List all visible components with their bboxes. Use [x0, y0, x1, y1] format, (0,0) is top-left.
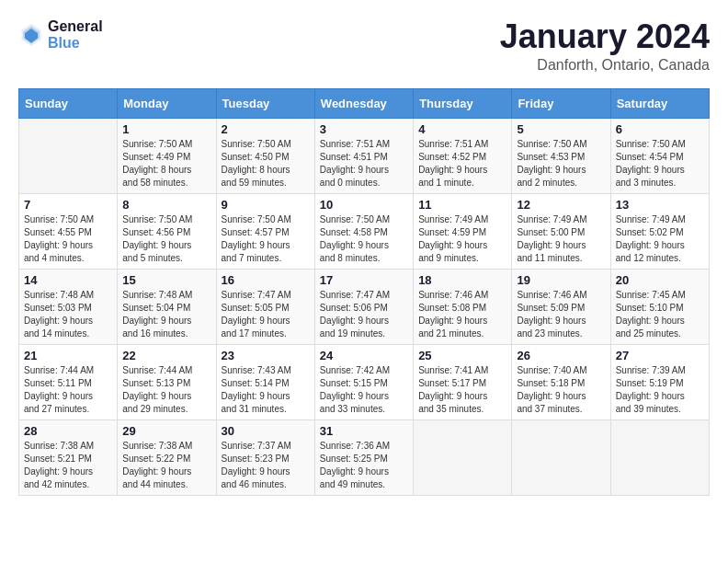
- day-cell: 23Sunrise: 7:43 AMSunset: 5:14 PMDayligh…: [216, 344, 314, 419]
- day-info: Sunrise: 7:50 AMSunset: 4:57 PMDaylight:…: [222, 213, 310, 265]
- day-number: 19: [517, 273, 605, 287]
- header-cell-saturday: Saturday: [610, 88, 709, 118]
- week-row-3: 14Sunrise: 7:48 AMSunset: 5:03 PMDayligh…: [19, 269, 710, 344]
- day-info: Sunrise: 7:51 AMSunset: 4:51 PMDaylight:…: [320, 138, 408, 190]
- calendar-table: SundayMondayTuesdayWednesdayThursdayFrid…: [18, 88, 710, 496]
- day-number: 20: [616, 273, 704, 287]
- day-info: Sunrise: 7:50 AMSunset: 4:58 PMDaylight:…: [320, 213, 408, 265]
- day-cell: 14Sunrise: 7:48 AMSunset: 5:03 PMDayligh…: [19, 269, 118, 344]
- day-info: Sunrise: 7:47 AMSunset: 5:05 PMDaylight:…: [222, 289, 310, 340]
- day-info: Sunrise: 7:42 AMSunset: 5:15 PMDaylight:…: [320, 364, 408, 416]
- day-cell: 16Sunrise: 7:47 AMSunset: 5:05 PMDayligh…: [216, 269, 314, 344]
- day-number: 8: [122, 198, 210, 212]
- day-info: Sunrise: 7:50 AMSunset: 4:56 PMDaylight:…: [122, 213, 210, 265]
- day-cell: 1Sunrise: 7:50 AMSunset: 4:49 PMDaylight…: [118, 118, 216, 193]
- day-number: 26: [517, 349, 605, 362]
- week-row-4: 21Sunrise: 7:44 AMSunset: 5:11 PMDayligh…: [19, 344, 710, 419]
- day-cell: 17Sunrise: 7:47 AMSunset: 5:06 PMDayligh…: [314, 269, 413, 344]
- day-cell: 29Sunrise: 7:38 AMSunset: 5:22 PMDayligh…: [118, 419, 216, 495]
- day-number: 14: [24, 273, 112, 287]
- day-cell: 22Sunrise: 7:44 AMSunset: 5:13 PMDayligh…: [118, 344, 216, 419]
- day-info: Sunrise: 7:49 AMSunset: 5:00 PMDaylight:…: [517, 213, 605, 265]
- header-cell-sunday: Sunday: [19, 88, 118, 118]
- day-number: 21: [24, 349, 112, 362]
- day-info: Sunrise: 7:50 AMSunset: 4:55 PMDaylight:…: [24, 213, 112, 265]
- day-number: 15: [122, 273, 210, 287]
- day-number: 22: [122, 349, 210, 362]
- calendar-title: January 2024: [500, 18, 710, 55]
- day-number: 18: [418, 273, 506, 287]
- day-cell: [610, 419, 709, 495]
- day-info: Sunrise: 7:48 AMSunset: 5:04 PMDaylight:…: [122, 289, 210, 340]
- day-info: Sunrise: 7:49 AMSunset: 5:02 PMDaylight:…: [616, 213, 704, 265]
- day-cell: 26Sunrise: 7:40 AMSunset: 5:18 PMDayligh…: [512, 344, 610, 419]
- header: General Blue January 2024 Danforth, Onta…: [18, 18, 710, 74]
- day-cell: 10Sunrise: 7:50 AMSunset: 4:58 PMDayligh…: [314, 193, 413, 269]
- day-info: Sunrise: 7:44 AMSunset: 5:11 PMDaylight:…: [24, 364, 112, 416]
- header-cell-thursday: Thursday: [414, 88, 512, 118]
- day-info: Sunrise: 7:43 AMSunset: 5:14 PMDaylight:…: [222, 364, 310, 416]
- day-cell: [512, 419, 610, 495]
- day-number: 3: [320, 122, 408, 136]
- day-cell: 13Sunrise: 7:49 AMSunset: 5:02 PMDayligh…: [610, 193, 709, 269]
- logo-text: General Blue: [48, 18, 103, 52]
- day-info: Sunrise: 7:49 AMSunset: 4:59 PMDaylight:…: [418, 213, 506, 265]
- day-cell: 2Sunrise: 7:50 AMSunset: 4:50 PMDaylight…: [216, 118, 314, 193]
- day-number: 24: [320, 349, 408, 362]
- day-number: 25: [418, 349, 506, 362]
- day-number: 1: [122, 122, 210, 136]
- day-cell: 24Sunrise: 7:42 AMSunset: 5:15 PMDayligh…: [314, 344, 413, 419]
- day-cell: 20Sunrise: 7:45 AMSunset: 5:10 PMDayligh…: [610, 269, 709, 344]
- day-cell: 25Sunrise: 7:41 AMSunset: 5:17 PMDayligh…: [414, 344, 512, 419]
- calendar-header: SundayMondayTuesdayWednesdayThursdayFrid…: [19, 88, 710, 118]
- day-cell: 28Sunrise: 7:38 AMSunset: 5:21 PMDayligh…: [19, 419, 118, 495]
- day-info: Sunrise: 7:39 AMSunset: 5:19 PMDaylight:…: [616, 364, 704, 416]
- day-cell: 9Sunrise: 7:50 AMSunset: 4:57 PMDaylight…: [216, 193, 314, 269]
- header-cell-tuesday: Tuesday: [216, 88, 314, 118]
- week-row-1: 1Sunrise: 7:50 AMSunset: 4:49 PMDaylight…: [19, 118, 710, 193]
- day-info: Sunrise: 7:50 AMSunset: 4:53 PMDaylight:…: [517, 138, 605, 190]
- day-number: 6: [616, 122, 704, 136]
- header-cell-friday: Friday: [512, 88, 610, 118]
- day-info: Sunrise: 7:44 AMSunset: 5:13 PMDaylight:…: [122, 364, 210, 416]
- day-cell: 8Sunrise: 7:50 AMSunset: 4:56 PMDaylight…: [118, 193, 216, 269]
- day-cell: 15Sunrise: 7:48 AMSunset: 5:04 PMDayligh…: [118, 269, 216, 344]
- day-number: 10: [320, 198, 408, 212]
- day-number: 13: [616, 198, 704, 212]
- day-info: Sunrise: 7:51 AMSunset: 4:52 PMDaylight:…: [418, 138, 506, 190]
- day-number: 23: [222, 349, 310, 362]
- day-info: Sunrise: 7:41 AMSunset: 5:17 PMDaylight:…: [418, 364, 506, 416]
- day-cell: 31Sunrise: 7:36 AMSunset: 5:25 PMDayligh…: [314, 419, 413, 495]
- day-number: 4: [418, 122, 506, 136]
- day-number: 29: [122, 424, 210, 438]
- day-cell: 30Sunrise: 7:37 AMSunset: 5:23 PMDayligh…: [216, 419, 314, 495]
- calendar-body: 1Sunrise: 7:50 AMSunset: 4:49 PMDaylight…: [19, 118, 710, 495]
- day-info: Sunrise: 7:38 AMSunset: 5:21 PMDaylight:…: [24, 440, 112, 491]
- day-number: 9: [222, 198, 310, 212]
- day-info: Sunrise: 7:47 AMSunset: 5:06 PMDaylight:…: [320, 289, 408, 340]
- day-info: Sunrise: 7:46 AMSunset: 5:08 PMDaylight:…: [418, 289, 506, 340]
- day-number: 31: [320, 424, 408, 438]
- week-row-5: 28Sunrise: 7:38 AMSunset: 5:21 PMDayligh…: [19, 419, 710, 495]
- day-cell: [19, 118, 118, 193]
- logo-icon: [18, 22, 44, 48]
- day-info: Sunrise: 7:50 AMSunset: 4:54 PMDaylight:…: [616, 138, 704, 190]
- day-info: Sunrise: 7:37 AMSunset: 5:23 PMDaylight:…: [222, 440, 310, 491]
- day-cell: 12Sunrise: 7:49 AMSunset: 5:00 PMDayligh…: [512, 193, 610, 269]
- day-info: Sunrise: 7:48 AMSunset: 5:03 PMDaylight:…: [24, 289, 112, 340]
- logo: General Blue: [18, 18, 103, 52]
- header-cell-wednesday: Wednesday: [314, 88, 413, 118]
- day-number: 12: [517, 198, 605, 212]
- header-row: SundayMondayTuesdayWednesdayThursdayFrid…: [19, 88, 710, 118]
- calendar-subtitle: Danforth, Ontario, Canada: [500, 57, 710, 74]
- day-cell: 3Sunrise: 7:51 AMSunset: 4:51 PMDaylight…: [314, 118, 413, 193]
- day-info: Sunrise: 7:50 AMSunset: 4:49 PMDaylight:…: [122, 138, 210, 190]
- day-number: 27: [616, 349, 704, 362]
- day-cell: 21Sunrise: 7:44 AMSunset: 5:11 PMDayligh…: [19, 344, 118, 419]
- day-number: 2: [222, 122, 310, 136]
- day-info: Sunrise: 7:38 AMSunset: 5:22 PMDaylight:…: [122, 440, 210, 491]
- day-number: 16: [222, 273, 310, 287]
- day-cell: 19Sunrise: 7:46 AMSunset: 5:09 PMDayligh…: [512, 269, 610, 344]
- day-number: 28: [24, 424, 112, 438]
- day-cell: [414, 419, 512, 495]
